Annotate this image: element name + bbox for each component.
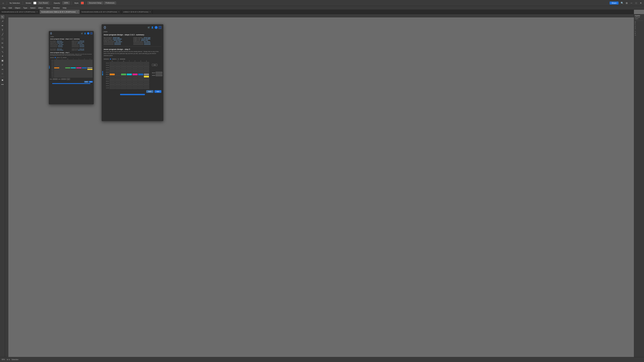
gradient-tool[interactable]: ▣ — [1, 59, 4, 62]
search-icon[interactable]: 🔍 — [620, 1, 624, 5]
tablet-week-input[interactable] — [156, 74, 162, 76]
cart-icon[interactable]: 🛒 — [81, 32, 83, 34]
sep3 — [51, 1, 51, 5]
menu-select[interactable]: Select — [29, 6, 37, 9]
mobile-bottom-indicator — [52, 83, 90, 84]
mobile-radio-left[interactable] — [55, 57, 56, 58]
tab-0[interactable]: functionalScreens2.ai @ 128.62 % (RGB/Pr… — [0, 10, 40, 14]
user-icon[interactable]: 👤 — [84, 32, 86, 34]
ruler-horizontal — [8, 14, 634, 17]
select-tool[interactable]: ↖ — [1, 15, 4, 19]
menu-icon-square[interactable] — [90, 32, 92, 34]
tab-0-close[interactable]: ✕ — [36, 11, 38, 13]
mobile-radio-right[interactable] — [61, 57, 62, 58]
tab-2[interactable]: functionalScreens-Mobile.ai @ 100 % (RGB… — [80, 10, 122, 14]
tablet-view-btn[interactable]: view — [152, 64, 157, 66]
top-toolbar: ⌂ No Selection Stroke: 3 pt. Round Opaci… — [0, 0, 644, 6]
mobile-time-01: 01:00 — [50, 61, 93, 62]
panels-icon[interactable]: ⊞ — [625, 1, 628, 5]
panel-icon-9[interactable]: ••• — [635, 34, 643, 36]
tab-2-close[interactable]: ✕ — [118, 11, 120, 13]
tablet-date-start: 00/00/00 — [104, 58, 109, 60]
tablet-field-3: include assessments: user choice — [104, 41, 132, 42]
home-icon[interactable]: ⌂ — [1, 1, 5, 5]
eyedropper-tool[interactable]: ✦ — [1, 54, 4, 58]
opacity-label: Opacity: — [53, 2, 62, 4]
layers-btn[interactable]: Layers — [635, 18, 643, 19]
blend-tool[interactable]: ∞ — [1, 67, 4, 71]
preferences-btn[interactable]: Preferences — [104, 1, 116, 4]
mobile-block-input[interactable] — [53, 78, 58, 80]
rect-tool[interactable]: □ — [1, 37, 4, 40]
tablet-radio-right[interactable] — [118, 58, 119, 60]
tablet-back-btn[interactable]: back — [146, 90, 154, 93]
panel-icon-8[interactable]: ◈ — [635, 33, 643, 34]
tablet-block-input[interactable] — [156, 72, 162, 74]
tablet-time-02: 02:00 — [103, 66, 149, 68]
tab-3-close[interactable]: ✕ — [150, 11, 151, 13]
mobile-time-09: 09:00 — [50, 73, 93, 75]
menu-view[interactable]: View — [45, 6, 52, 9]
style-color[interactable] — [81, 2, 84, 4]
tablet-user-icon[interactable]: 👤 — [151, 26, 154, 29]
tab-1-close[interactable]: ✕ — [77, 11, 78, 13]
mobile-back-btn[interactable]: back — [84, 81, 88, 83]
opacity-value[interactable]: 100% — [62, 1, 70, 4]
tablet-next-btn[interactable]: next — [154, 90, 161, 93]
mobile-week-input[interactable] — [61, 78, 66, 80]
mobile-view-btn[interactable]: view — [66, 78, 70, 80]
tablet-field2-0: program structure: chosen type — [133, 37, 161, 38]
type-tool[interactable]: T — [1, 28, 4, 32]
artboards-btn[interactable]: Artboards — [635, 16, 643, 18]
tablet-cart-icon[interactable]: 🛒 — [148, 26, 150, 29]
mobile-extra-col2: program structure: chosen type program s… — [72, 48, 92, 51]
tablet-block-week-controls: block week — [152, 72, 162, 76]
maximize-icon[interactable]: □ — [634, 1, 638, 5]
tablet-field-5: xxxxxxxxxxxxxxxxx xxxxxxxxxx — [104, 44, 132, 45]
scale-tool[interactable]: ⤡ — [1, 50, 4, 54]
panel-icon-1[interactable]: ⊞ — [635, 21, 643, 23]
mobile-field2-3: assessment cycle: user choice — [72, 44, 92, 45]
tab-3[interactable]: Untitled-2* @ 89.48 % (RGB/Preview) ✕ — [122, 10, 153, 14]
menu-effect[interactable]: Effect — [37, 6, 44, 9]
panel-icon-4[interactable]: ⊕ — [635, 26, 643, 28]
panel-icon-2[interactable]: A — [635, 23, 643, 24]
zoom-controls[interactable]: ⊕ ⊖ — [7, 359, 10, 361]
menu-type[interactable]: Type — [22, 6, 29, 9]
direct-select-tool[interactable]: ↗ — [1, 19, 4, 23]
canvas-area: ⟨⟩ 🛒 👤 ! | moov moov program design - st… — [5, 14, 634, 357]
mobile-time-00: 00:00 — [50, 60, 93, 61]
more-tools[interactable]: ••• — [1, 83, 4, 86]
stroke-weight[interactable]: 3 pt. Round — [38, 1, 49, 4]
menu-window[interactable]: Window — [52, 6, 61, 9]
tablet-radio-left[interactable] — [110, 58, 111, 60]
mesh-tool[interactable]: # — [1, 63, 4, 67]
line-tool[interactable]: ╱ — [1, 32, 4, 36]
pen-tool[interactable]: ✒ — [1, 24, 4, 27]
rotate-tool[interactable]: ↻ — [1, 45, 4, 49]
menu-edit[interactable]: Edit — [8, 6, 13, 9]
tablet-menu-icon-square[interactable] — [159, 26, 161, 29]
mobile-next-btn[interactable]: next — [89, 81, 93, 83]
panel-icon-6[interactable]: ↕ — [635, 30, 643, 31]
document-setup-btn[interactable]: Document Setup — [88, 1, 103, 4]
mobile-side-indicator — [49, 66, 50, 67]
paintbrush-tool[interactable]: ✏ — [1, 41, 4, 45]
symbol-tool[interactable]: ☆ — [1, 72, 4, 75]
menu-help[interactable]: Help — [62, 6, 68, 9]
properties-btn[interactable]: Properties — [635, 15, 643, 16]
close-icon[interactable]: ✕ — [639, 1, 643, 5]
panel-icon-7[interactable]: ⊡ — [635, 31, 643, 32]
share-button[interactable]: Share — [610, 1, 618, 4]
tab-1[interactable]: functionalScreens-Tablet.ai @ 80 % (RGB/… — [40, 10, 80, 14]
tablet-step3-title: moov program design - step 3 — [102, 47, 163, 51]
menu-file[interactable]: File — [1, 6, 7, 9]
mobile-fields-col2: program structure: chosen type program s… — [72, 40, 92, 47]
panel-icon-5[interactable]: ⊘ — [635, 28, 643, 29]
stroke-color[interactable] — [33, 2, 36, 4]
menu-object[interactable]: Object — [14, 6, 22, 9]
fill-stroke[interactable]: ■ — [1, 78, 4, 82]
panel-icon-3[interactable]: ∿ — [635, 25, 643, 26]
minimize-icon[interactable]: ─ — [630, 1, 633, 5]
tablet-field2-1: program start: chosen duration — [133, 38, 161, 39]
